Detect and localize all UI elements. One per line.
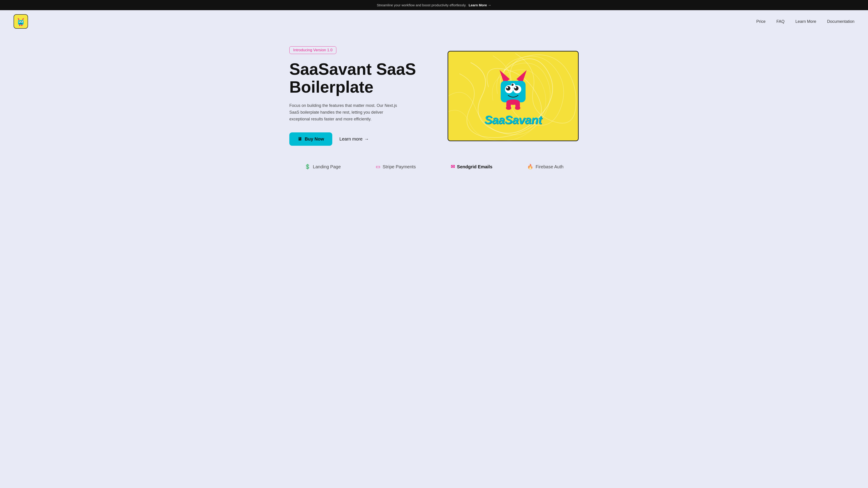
svg-rect-1 — [18, 20, 24, 25]
svg-point-28 — [506, 106, 511, 110]
feature-stripe: ▭ Stripe Payments — [376, 164, 416, 170]
hero-section: Introducing Version 1.0 SaaSavant SaaS B… — [276, 33, 592, 155]
mascot-container: SaaSavant — [448, 52, 578, 140]
svg-rect-10 — [19, 24, 20, 26]
feature-sendgrid-label: Sendgrid Emails — [457, 164, 493, 169]
logo-image — [14, 15, 28, 28]
announcement-text: Streamline your workflow and boost produ… — [377, 3, 466, 7]
svg-point-20 — [506, 87, 508, 88]
logo-svg — [15, 15, 27, 27]
announcement-bar: Streamline your workflow and boost produ… — [0, 0, 868, 10]
stripe-icon: ▭ — [376, 164, 380, 170]
svg-point-18 — [506, 86, 510, 91]
hero-title: SaaSavant SaaS Boilerplate — [289, 60, 421, 96]
features-bar: 💲 Landing Page ▭ Stripe Payments ✉ Sendg… — [276, 155, 592, 179]
feature-landing-page: 💲 Landing Page — [305, 164, 341, 170]
hero-image-container: SaaSavant — [447, 51, 579, 141]
hero-actions: 🖥 Buy Now Learn more → — [289, 132, 421, 146]
nav-faq[interactable]: FAQ — [776, 19, 784, 24]
buy-now-button[interactable]: 🖥 Buy Now — [289, 132, 332, 146]
logo[interactable] — [13, 14, 28, 29]
svg-rect-11 — [21, 24, 22, 26]
feature-firebase: 🔥 Firebase Auth — [527, 164, 563, 170]
navbar: Price FAQ Learn More Documentation — [0, 10, 868, 33]
mascot-brand-text: SaaSavant — [485, 113, 542, 127]
hero-description: Focus on building the features that matt… — [289, 102, 402, 123]
nav-price[interactable]: Price — [756, 19, 766, 24]
svg-point-9 — [21, 21, 22, 22]
announcement-cta[interactable]: Learn More → — [469, 3, 491, 7]
buy-icon: 🖥 — [298, 136, 302, 142]
nav-links: Price FAQ Learn More Documentation — [756, 19, 855, 24]
hero-content: Introducing Version 1.0 SaaSavant SaaS B… — [289, 46, 421, 146]
nav-learn-more[interactable]: Learn More — [796, 19, 816, 24]
hero-image-area: SaaSavant — [443, 51, 579, 141]
feature-stripe-label: Stripe Payments — [383, 164, 416, 169]
feature-firebase-label: Firebase Auth — [535, 164, 563, 169]
svg-point-29 — [515, 106, 520, 110]
sendgrid-icon: ✉ — [451, 164, 455, 170]
firebase-icon: 🔥 — [527, 164, 533, 170]
svg-point-8 — [19, 21, 20, 22]
learn-more-hero-link[interactable]: Learn more → — [340, 136, 369, 142]
nav-documentation[interactable]: Documentation — [827, 19, 855, 24]
landing-page-icon: 💲 — [305, 164, 311, 170]
feature-landing-page-label: Landing Page — [313, 164, 341, 169]
svg-point-24 — [511, 84, 512, 85]
feature-sendgrid: ✉ Sendgrid Emails — [451, 164, 493, 170]
version-badge: Introducing Version 1.0 — [289, 46, 336, 54]
version-badge-text: Introducing Version 1.0 — [293, 48, 333, 52]
mascot-svg — [493, 66, 533, 111]
